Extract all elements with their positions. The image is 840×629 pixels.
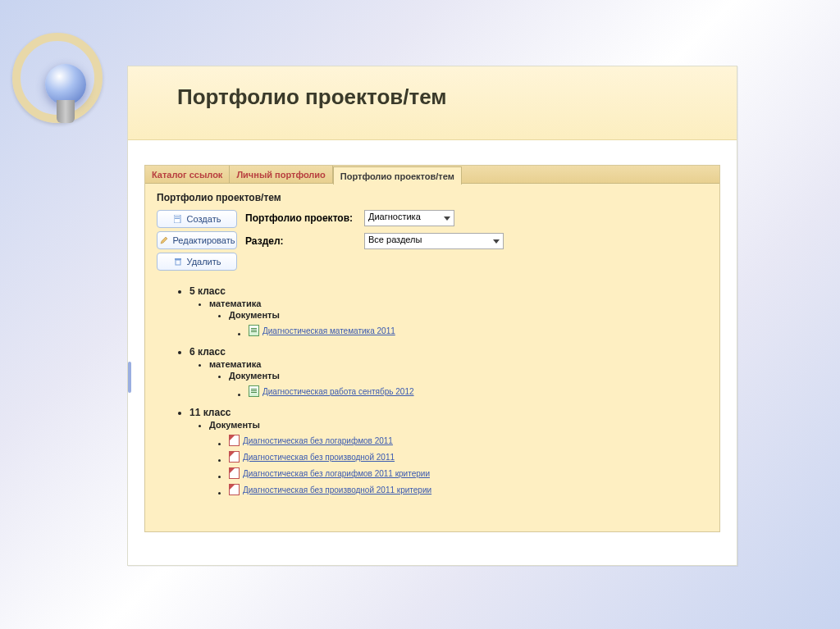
svg-rect-1 (175, 217, 180, 217)
plus-icon (173, 214, 183, 224)
document-link[interactable]: Диагностическая без логарифмов 2011 (243, 436, 393, 445)
controls-row: Создать Редактировать Удалить (157, 210, 708, 271)
section-select-value: Все разделы (368, 235, 422, 244)
document-link[interactable]: Диагностическая без производной 2011 кри… (243, 485, 431, 495)
action-buttons: Создать Редактировать Удалить (157, 210, 237, 271)
section-filter-label: Раздел: (245, 235, 364, 247)
create-label: Создать (187, 214, 221, 224)
scrollbar[interactable] (128, 362, 131, 393)
grade-6-documents: Документы Диагностическая работа сентябр… (229, 371, 708, 397)
grade-6-subject-label: математика (209, 359, 261, 369)
spreadsheet-icon (249, 325, 259, 336)
tab-catalog[interactable]: Каталог ссылок (145, 166, 230, 183)
pdf-icon (229, 484, 240, 495)
project-select-value: Диагностика (368, 212, 421, 221)
content-panel: Портфолио проектов/тем Создать Редактиро… (145, 184, 719, 513)
list-item: Диагностическая математика 2011 (249, 325, 708, 336)
tab-bar: Каталог ссылок Личный портфолио Портфоли… (145, 166, 719, 184)
document-link[interactable]: Диагностическая работа сентябрь 2012 (262, 387, 414, 396)
edit-button[interactable]: Редактировать (157, 231, 237, 249)
list-item: Диагностическая без производной 2011 (229, 451, 708, 463)
slide-title: Портфолио проектов/тем (177, 84, 737, 110)
document-link[interactable]: Диагностическая без логарифмов 2011 крит… (243, 469, 430, 478)
grade-6-label: 6 класс (189, 346, 226, 358)
spreadsheet-icon (249, 385, 259, 397)
delete-button[interactable]: Удалить (157, 253, 237, 271)
grade-11-documents: Документы Диагностическая без логарифмов… (209, 420, 708, 495)
pencil-icon (159, 235, 169, 245)
trash-icon (173, 257, 183, 267)
grade-5-documents: Документы Диагностическая математика 201… (229, 310, 708, 336)
edit-label: Редактировать (173, 235, 235, 245)
grade-5-label: 5 класс (189, 285, 226, 297)
grade-11-label: 11 класс (189, 407, 231, 418)
svg-rect-2 (175, 218, 180, 219)
svg-rect-3 (176, 260, 180, 265)
lightbulb-decoration (12, 33, 127, 148)
grade-6-subject: математика Документы Диагностическая раб… (209, 359, 708, 397)
list-item: Диагностическая без логарифмов 2011 (229, 435, 708, 446)
app-frame: Каталог ссылок Личный портфолио Портфоли… (144, 165, 720, 532)
grade-5-subject: математика Документы Диагностическая мат… (209, 299, 708, 336)
grade-11-documents-label: Документы (209, 420, 260, 430)
slide-frame: Портфолио проектов/тем Каталог ссылок Ли… (127, 66, 737, 566)
section-heading: Портфолио проектов/тем (157, 192, 708, 203)
pdf-icon (229, 467, 240, 479)
portfolio-tree: 5 класс математика Документы Диагностиче… (157, 285, 708, 495)
create-button[interactable]: Создать (157, 210, 237, 228)
project-select[interactable]: Диагностика (364, 210, 454, 226)
pdf-icon (229, 435, 240, 446)
grade-5-subject-label: математика (209, 299, 261, 308)
list-item: Диагностическая работа сентябрь 2012 (249, 385, 708, 397)
svg-rect-4 (175, 258, 181, 260)
list-item: Диагностическая без логарифмов 2011 крит… (229, 467, 708, 479)
pdf-icon (229, 451, 240, 463)
filter-column: Портфолио проектов: Диагностика Раздел: … (245, 210, 708, 271)
list-item: Диагностическая без производной 2011 кри… (229, 484, 708, 495)
delete-label: Удалить (187, 257, 221, 267)
app-screenshot: Каталог ссылок Личный портфолио Портфоли… (128, 140, 737, 549)
grade-5: 5 класс математика Документы Диагностиче… (189, 285, 708, 336)
document-link[interactable]: Диагностическая математика 2011 (262, 326, 395, 335)
grade-6: 6 класс математика Документы Диагностиче… (189, 346, 708, 397)
section-select[interactable]: Все разделы (364, 233, 504, 249)
document-link[interactable]: Диагностическая без производной 2011 (243, 453, 395, 462)
tab-personal[interactable]: Личный портфолио (230, 166, 332, 183)
grade-11: 11 класс Документы Диагностическая без л… (189, 407, 708, 495)
slide-title-band: Портфолио проектов/тем (128, 66, 737, 140)
tab-projects[interactable]: Портфолио проектов/тем (333, 166, 462, 185)
grade-5-documents-label: Документы (229, 310, 280, 320)
grade-6-documents-label: Документы (229, 371, 280, 381)
project-filter-label: Портфолио проектов: (245, 212, 364, 224)
